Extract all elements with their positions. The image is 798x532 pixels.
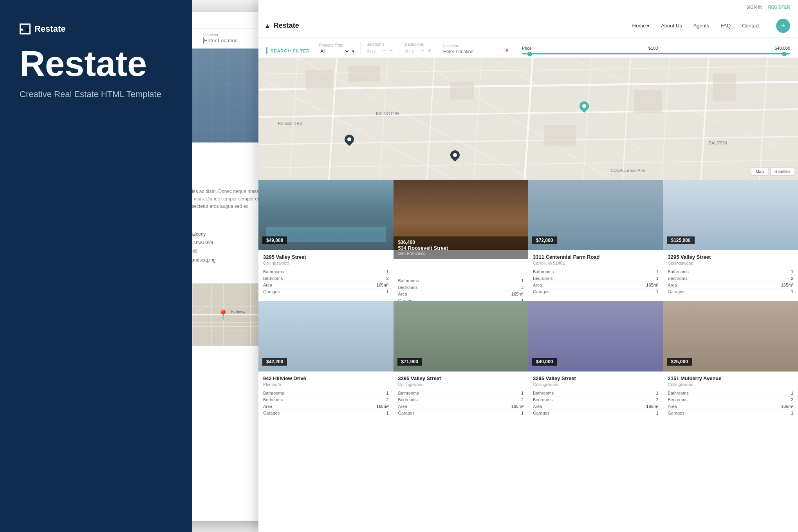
garages-val-3: 1	[656, 289, 658, 294]
listing-card-3[interactable]: $72,000 3311 Centennial Farm Road Carrol…	[528, 180, 663, 301]
bedrooms-plus-button[interactable]: +	[389, 47, 393, 54]
spec-row-area: Area 165m²	[263, 282, 389, 289]
feature-balcony: Balcony	[183, 231, 264, 237]
garages-val-8: 1	[791, 411, 793, 415]
filter-location-label: Location	[443, 44, 510, 48]
price-label: Price	[522, 46, 532, 50]
spec-row-garages-5: Garages 1	[263, 410, 389, 416]
main-navbar: ▲ Restate Home ▾ About Us Agents FAQ Con…	[258, 14, 798, 38]
spec-row-bathrooms-2: Bathrooms 1	[398, 278, 524, 284]
map-background: ISLINGTON COLVILLE ESTATE DALSTON Richmo…	[258, 58, 798, 180]
listing-info-8: 2151 Mulberry Avenue Collingswood Bathro…	[663, 371, 798, 420]
spec-row-bedrooms-4: Bedrooms 2	[668, 275, 794, 282]
svg-rect-36	[348, 66, 380, 82]
area-label-3: Area	[533, 283, 542, 287]
filter-bedrooms: Bedrooms Any − +	[367, 42, 393, 54]
listing-card-5[interactable]: $42,200 942 Hillview Drive Plymouth Bath…	[258, 301, 394, 422]
spec-row-garages-8: Garages 1	[668, 410, 794, 416]
bathrooms-val-8: 1	[791, 391, 793, 395]
listing-card-4[interactable]: $125,000 3295 Valley Street Collingswood…	[663, 180, 798, 301]
listing-info-2: Bathrooms 1 Bedrooms 3 Area 165m² Gara	[394, 274, 529, 301]
area-val-5: 165m²	[376, 404, 388, 409]
filter-location-control: 📍	[443, 49, 510, 54]
listing-card-2[interactable]: $36,400 534 Roosevelt Street San Francis…	[394, 180, 529, 301]
listing-name-overlay-2: 534 Roosevelt Street	[398, 245, 524, 251]
satellite-view-button[interactable]: Satellite	[770, 167, 794, 176]
bedrooms-label-3: Bedrooms	[533, 276, 552, 281]
feature-dishwasher: Dishwasher	[183, 240, 264, 245]
listing-card-8[interactable]: $25,000 2151 Mulberry Avenue Collingswoo…	[663, 301, 798, 422]
nav-contact-link[interactable]: Contact	[737, 20, 764, 32]
brand-logo-name: Restate	[34, 24, 65, 34]
listing-card-6[interactable]: $71,900 3295 Valley Street Collingswood …	[394, 301, 529, 422]
listing-specs-1: Bathrooms 1 Bedrooms 2 Area 165m² Gara	[263, 269, 389, 295]
garages-label-8: Garages	[668, 411, 684, 415]
nav-agents-link[interactable]: Agents	[689, 20, 714, 32]
area-val-3: 165m²	[646, 283, 658, 287]
spec-row-bathrooms-3: Bathrooms 1	[533, 269, 659, 275]
bedrooms-label-4: Bedrooms	[668, 276, 688, 281]
location-search-input[interactable]	[443, 49, 502, 54]
bathrooms-label-5: Bathrooms	[263, 391, 284, 395]
listing-specs-6: Bathrooms 1 Bedrooms 2 Area 165m² Gara	[398, 390, 524, 416]
filter-prop-type-control[interactable]: All House Apartment ▾	[319, 48, 354, 54]
spec-row-bedrooms-2: Bedrooms 3	[398, 284, 524, 291]
nav-faq-link[interactable]: FAQ	[716, 20, 735, 32]
garages-label-3: Garages	[533, 289, 549, 294]
prop-type-dropdown[interactable]: All House Apartment	[319, 48, 350, 54]
bedrooms-val-3: 1	[656, 276, 658, 281]
spec-row-bedrooms-3: Bedrooms 1	[533, 275, 659, 282]
feature-landscaping: Landscaping	[183, 257, 264, 263]
main-map[interactable]: ISLINGTON COLVILLE ESTATE DALSTON Richmo…	[258, 58, 798, 180]
garages-spec-value: 1	[386, 289, 388, 294]
svg-text:Richmond Rd: Richmond Rd	[278, 121, 302, 126]
spec-row-bedrooms-8: Bedrooms 2	[668, 397, 794, 403]
spec-row-area-3: Area 165m²	[533, 282, 659, 289]
filter-bedrooms-label: Bedrooms	[367, 42, 393, 47]
bathrooms-plus-button[interactable]: +	[427, 47, 431, 54]
spec-row-garages-6: Garages 1	[398, 410, 524, 416]
price-slider-thumb-max[interactable]	[782, 52, 787, 56]
spec-row-bathrooms-4: Bathrooms 1	[668, 269, 794, 275]
brand-subtitle: Creative Real Estate HTML Template	[20, 89, 172, 99]
listing-card-7[interactable]: $49,000 3295 Valley Street Collingswood …	[528, 301, 663, 422]
listing-price-badge-1: $49,000	[262, 236, 287, 244]
listing-specs-8: Bathrooms 1 Bedrooms 2 Area 165m² Gara	[668, 390, 794, 416]
price-slider-thumb-min[interactable]	[527, 52, 532, 56]
svg-rect-39	[634, 90, 662, 113]
bedrooms-val-5: 2	[386, 397, 388, 402]
add-listing-button[interactable]: +	[776, 19, 790, 33]
listing-name-4: 3295 Valley Street	[668, 254, 794, 260]
nav-about-link[interactable]: About Us	[656, 20, 686, 32]
bedrooms-spec-label: Bedrooms	[263, 276, 283, 281]
garages-label-6: Garages	[398, 411, 415, 415]
bathrooms-minus-button[interactable]: −	[421, 47, 424, 54]
signin-link[interactable]: SIGN IN	[746, 5, 762, 9]
listing-card-1[interactable]: $49,000 3295 Valley Street Collingswood …	[258, 180, 394, 301]
bathrooms-label-2: Bathrooms	[398, 278, 419, 283]
filter-prop-type-label: Property Type	[319, 43, 354, 47]
register-link[interactable]: REGISTER	[768, 5, 790, 9]
top-bar: SIGN IN REGISTER	[258, 0, 798, 14]
bedrooms-minus-button[interactable]: −	[382, 47, 386, 54]
listing-price-badge-4: $125,000	[667, 236, 695, 244]
garages-spec-label: Garages	[263, 289, 280, 294]
filter-property-type: Property Type All House Apartment ▾	[319, 43, 354, 54]
spec-row-bathrooms-7: Bathrooms 1	[533, 390, 659, 397]
listing-specs-7: Bathrooms 1 Bedrooms 2 Area 165m² Gara	[533, 390, 659, 416]
area-val-6: 165m²	[511, 404, 524, 409]
map-controls: Map Satellite	[751, 167, 794, 176]
svg-text:DALSTON: DALSTON	[709, 141, 727, 145]
listing-price-badge-3: $72,000	[532, 236, 557, 244]
svg-rect-40	[713, 74, 736, 101]
listing-name-7: 3295 Valley Street	[533, 375, 659, 381]
bedrooms-val-6: 2	[521, 397, 524, 402]
garages-val-5: 1	[386, 411, 388, 415]
map-view-button[interactable]: Map	[751, 167, 768, 176]
nav-home-link[interactable]: Home ▾	[628, 20, 655, 32]
filter-bathrooms: Bathrooms Any − +	[405, 42, 431, 54]
price-slider-track[interactable]	[522, 53, 790, 54]
svg-rect-35	[305, 70, 333, 90]
listing-price-badge-6: $71,900	[397, 358, 422, 366]
listing-location-3: Carroll, IA 51401	[533, 261, 659, 265]
